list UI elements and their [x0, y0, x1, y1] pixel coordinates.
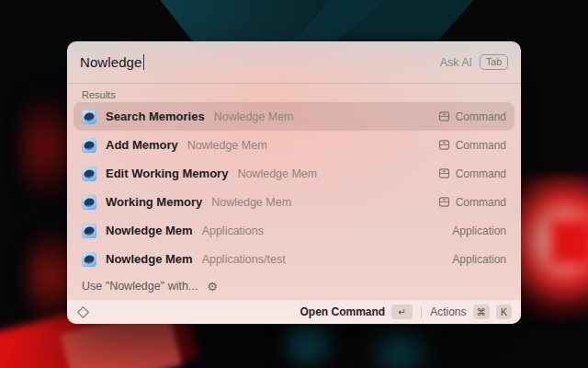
item-title: Add Memory	[106, 138, 178, 152]
use-with-label: Use "Nowledge" with...	[82, 280, 198, 293]
item-subtitle: Nowledge Mem	[187, 139, 267, 152]
text-caret	[143, 54, 145, 70]
wallpaper-red-glow	[513, 175, 588, 322]
search-input[interactable]: Nowledge	[80, 54, 142, 70]
command-icon	[438, 139, 450, 151]
item-accessory: Command	[438, 196, 506, 209]
nowledge-mem-app-icon	[82, 195, 96, 210]
list-item-nowledge-mem-app-test[interactable]: Nowledge Mem Applications/test Applicati…	[74, 245, 514, 273]
nowledge-mem-app-icon	[82, 224, 96, 238]
nowledge-mem-app-icon	[82, 138, 96, 153]
raycast-logo-icon	[76, 305, 90, 319]
item-title: Search Memories	[106, 109, 205, 123]
launcher-window: Nowledge Ask AI Tab Results Search Memor…	[67, 41, 521, 324]
accessory-label: Application	[452, 224, 506, 237]
item-subtitle: Nowledge Mem	[211, 196, 291, 209]
command-icon	[438, 196, 450, 208]
accessory-label: Application	[452, 253, 506, 266]
command-icon	[438, 110, 450, 122]
accessory-label: Command	[456, 167, 506, 180]
list-item-search-memories[interactable]: Search Memories Nowledge Mem Command	[74, 102, 514, 131]
ask-ai-button[interactable]: Ask AI Tab	[440, 54, 508, 71]
search-bar[interactable]: Nowledge Ask AI Tab	[67, 41, 521, 83]
item-accessory: Application	[452, 253, 506, 266]
item-subtitle: Applications	[202, 224, 264, 237]
tab-keycap: Tab	[480, 54, 508, 71]
nowledge-mem-app-icon	[82, 109, 96, 124]
item-title: Working Memory	[106, 195, 202, 209]
wallpaper-teal-glow	[363, 329, 436, 368]
item-subtitle: Nowledge Mem	[237, 167, 317, 180]
item-title: Nowledge Mem	[106, 224, 193, 237]
wallpaper-teal-glow	[276, 320, 340, 366]
item-accessory: Command	[438, 110, 506, 123]
results-section-header: Results	[67, 84, 521, 102]
actions-button[interactable]: Actions	[430, 305, 466, 318]
command-icon	[438, 167, 450, 179]
accessory-label: Command	[456, 196, 506, 209]
results-list: Search Memories Nowledge Mem Command Add…	[67, 102, 521, 273]
list-item-edit-working-memory[interactable]: Edit Working Memory Nowledge Mem Command	[74, 159, 514, 188]
wallpaper-teal-shape	[294, 0, 478, 41]
return-key-icon: ↵	[391, 305, 413, 319]
ask-ai-label: Ask AI	[440, 56, 472, 69]
list-item-nowledge-mem-app[interactable]: Nowledge Mem Applications Application	[74, 216, 514, 245]
nowledge-mem-app-icon	[82, 252, 96, 267]
accessory-label: Command	[456, 139, 506, 152]
cmd-keycap: ⌘	[473, 305, 491, 319]
footer-divider	[421, 306, 422, 318]
item-subtitle: Nowledge Mem	[214, 110, 294, 123]
item-accessory: Command	[438, 139, 506, 152]
open-command-button[interactable]: Open Command	[300, 305, 385, 318]
item-accessory: Command	[438, 167, 506, 180]
list-item-working-memory[interactable]: Working Memory Nowledge Mem Command	[74, 188, 514, 216]
accessory-label: Command	[456, 110, 506, 123]
nowledge-mem-app-icon	[82, 167, 96, 181]
k-keycap: K	[496, 305, 512, 319]
use-with-row[interactable]: Use "Nowledge" with... ⚙	[67, 273, 521, 299]
item-title: Edit Working Memory	[106, 167, 228, 180]
wallpaper-teal-shape	[152, 0, 400, 46]
item-title: Nowledge Mem	[106, 252, 193, 266]
footer-actions-group: Open Command ↵ Actions ⌘ K	[300, 305, 512, 319]
item-subtitle: Applications/test	[202, 253, 286, 266]
footer-bar: Open Command ↵ Actions ⌘ K	[67, 299, 521, 324]
gear-icon: ⚙	[207, 281, 218, 293]
list-item-add-memory[interactable]: Add Memory Nowledge Mem Command	[74, 131, 514, 159]
wallpaper-red-shape	[549, 219, 588, 265]
item-accessory: Application	[452, 224, 506, 237]
